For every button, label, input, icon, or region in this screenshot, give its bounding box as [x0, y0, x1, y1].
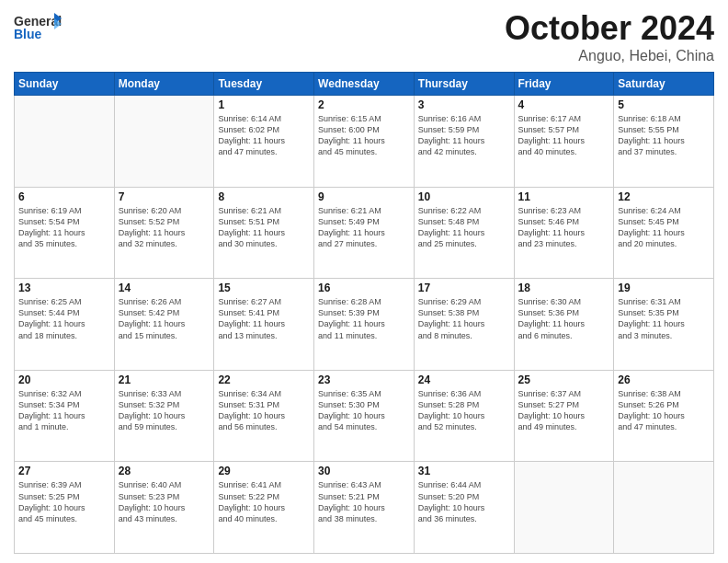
calendar-header-row: Sunday Monday Tuesday Wednesday Thursday… — [15, 73, 714, 96]
day-number: 20 — [18, 373, 110, 386]
day-number: 26 — [618, 373, 710, 386]
day-number: 17 — [418, 282, 510, 294]
calendar-table: Sunday Monday Tuesday Wednesday Thursday… — [14, 72, 714, 554]
calendar-cell — [614, 462, 714, 554]
day-info: Sunrise: 6:32 AM Sunset: 5:34 PM Dayligh… — [18, 388, 110, 433]
calendar-cell: 7Sunrise: 6:20 AM Sunset: 5:52 PM Daylig… — [114, 187, 214, 279]
calendar-cell — [114, 96, 214, 188]
header-tuesday: Tuesday — [214, 73, 314, 96]
day-info: Sunrise: 6:18 AM Sunset: 5:55 PM Dayligh… — [618, 113, 710, 158]
calendar-cell: 20Sunrise: 6:32 AM Sunset: 5:34 PM Dayli… — [15, 370, 115, 462]
day-number: 6 — [18, 190, 110, 203]
calendar-cell: 5Sunrise: 6:18 AM Sunset: 5:55 PM Daylig… — [614, 96, 714, 188]
calendar-cell: 2Sunrise: 6:15 AM Sunset: 6:00 PM Daylig… — [314, 96, 415, 188]
svg-text:Blue: Blue — [14, 27, 42, 41]
calendar-cell: 25Sunrise: 6:37 AM Sunset: 5:27 PM Dayli… — [514, 370, 614, 462]
calendar-cell: 23Sunrise: 6:35 AM Sunset: 5:30 PM Dayli… — [314, 370, 415, 462]
day-info: Sunrise: 6:44 AM Sunset: 5:20 PM Dayligh… — [418, 479, 510, 524]
day-info: Sunrise: 6:24 AM Sunset: 5:45 PM Dayligh… — [618, 205, 710, 250]
day-number: 15 — [218, 282, 310, 294]
day-info: Sunrise: 6:20 AM Sunset: 5:52 PM Dayligh… — [119, 205, 210, 250]
header-saturday: Saturday — [614, 73, 714, 96]
calendar-cell: 1Sunrise: 6:14 AM Sunset: 6:02 PM Daylig… — [214, 96, 314, 188]
day-number: 22 — [218, 373, 310, 386]
calendar-cell: 18Sunrise: 6:30 AM Sunset: 5:36 PM Dayli… — [514, 279, 614, 371]
logo-icon: General Blue — [14, 9, 62, 48]
calendar-cell: 12Sunrise: 6:24 AM Sunset: 5:45 PM Dayli… — [614, 187, 714, 279]
day-number: 1 — [218, 98, 310, 111]
day-info: Sunrise: 6:16 AM Sunset: 5:59 PM Dayligh… — [418, 113, 510, 158]
calendar-cell: 10Sunrise: 6:22 AM Sunset: 5:48 PM Dayli… — [414, 187, 514, 279]
calendar-cell: 11Sunrise: 6:23 AM Sunset: 5:46 PM Dayli… — [514, 187, 614, 279]
calendar-week-row-4: 27Sunrise: 6:39 AM Sunset: 5:25 PM Dayli… — [15, 462, 714, 554]
day-number: 12 — [618, 190, 710, 203]
calendar-week-row-0: 1Sunrise: 6:14 AM Sunset: 6:02 PM Daylig… — [15, 96, 714, 188]
day-info: Sunrise: 6:21 AM Sunset: 5:51 PM Dayligh… — [218, 205, 310, 250]
day-number: 23 — [318, 373, 410, 386]
day-info: Sunrise: 6:38 AM Sunset: 5:26 PM Dayligh… — [618, 388, 710, 433]
day-number: 13 — [18, 282, 110, 294]
day-number: 21 — [119, 373, 210, 386]
day-info: Sunrise: 6:25 AM Sunset: 5:44 PM Dayligh… — [18, 296, 110, 341]
title-block: October 2024 Anguo, Hebei, China — [505, 9, 714, 64]
day-number: 27 — [18, 465, 110, 477]
calendar-cell: 4Sunrise: 6:17 AM Sunset: 5:57 PM Daylig… — [514, 96, 614, 188]
logo: General Blue — [14, 9, 62, 52]
day-info: Sunrise: 6:14 AM Sunset: 6:02 PM Dayligh… — [218, 113, 310, 158]
header-friday: Friday — [514, 73, 614, 96]
calendar-cell: 21Sunrise: 6:33 AM Sunset: 5:32 PM Dayli… — [114, 370, 214, 462]
day-number: 29 — [218, 465, 310, 477]
day-info: Sunrise: 6:22 AM Sunset: 5:48 PM Dayligh… — [418, 205, 510, 250]
day-info: Sunrise: 6:34 AM Sunset: 5:31 PM Dayligh… — [218, 388, 310, 433]
day-number: 30 — [318, 465, 410, 477]
day-number: 5 — [618, 98, 710, 111]
calendar-cell: 9Sunrise: 6:21 AM Sunset: 5:49 PM Daylig… — [314, 187, 415, 279]
day-number: 11 — [518, 190, 610, 203]
day-info: Sunrise: 6:40 AM Sunset: 5:23 PM Dayligh… — [119, 479, 210, 524]
day-info: Sunrise: 6:15 AM Sunset: 6:00 PM Dayligh… — [318, 113, 410, 158]
day-info: Sunrise: 6:33 AM Sunset: 5:32 PM Dayligh… — [119, 388, 210, 433]
day-number: 31 — [418, 465, 510, 477]
calendar-cell: 31Sunrise: 6:44 AM Sunset: 5:20 PM Dayli… — [414, 462, 514, 554]
day-info: Sunrise: 6:28 AM Sunset: 5:39 PM Dayligh… — [318, 296, 410, 341]
day-number: 14 — [119, 282, 210, 294]
day-number: 18 — [518, 282, 610, 294]
day-info: Sunrise: 6:30 AM Sunset: 5:36 PM Dayligh… — [518, 296, 610, 341]
day-info: Sunrise: 6:31 AM Sunset: 5:35 PM Dayligh… — [618, 296, 710, 341]
day-number: 25 — [518, 373, 610, 386]
calendar-cell: 24Sunrise: 6:36 AM Sunset: 5:28 PM Dayli… — [414, 370, 514, 462]
day-info: Sunrise: 6:26 AM Sunset: 5:42 PM Dayligh… — [119, 296, 210, 341]
day-info: Sunrise: 6:23 AM Sunset: 5:46 PM Dayligh… — [518, 205, 610, 250]
day-number: 10 — [418, 190, 510, 203]
calendar-cell: 30Sunrise: 6:43 AM Sunset: 5:21 PM Dayli… — [314, 462, 415, 554]
day-info: Sunrise: 6:35 AM Sunset: 5:30 PM Dayligh… — [318, 388, 410, 433]
day-number: 4 — [518, 98, 610, 111]
day-number: 16 — [318, 282, 410, 294]
header-thursday: Thursday — [414, 73, 514, 96]
day-info: Sunrise: 6:29 AM Sunset: 5:38 PM Dayligh… — [418, 296, 510, 341]
day-info: Sunrise: 6:17 AM Sunset: 5:57 PM Dayligh… — [518, 113, 610, 158]
calendar-cell: 17Sunrise: 6:29 AM Sunset: 5:38 PM Dayli… — [414, 279, 514, 371]
calendar-cell: 19Sunrise: 6:31 AM Sunset: 5:35 PM Dayli… — [614, 279, 714, 371]
calendar-cell — [15, 96, 115, 188]
header-sunday: Sunday — [15, 73, 115, 96]
header-wednesday: Wednesday — [314, 73, 415, 96]
header-monday: Monday — [114, 73, 214, 96]
calendar-cell: 14Sunrise: 6:26 AM Sunset: 5:42 PM Dayli… — [114, 279, 214, 371]
calendar-week-row-3: 20Sunrise: 6:32 AM Sunset: 5:34 PM Dayli… — [15, 370, 714, 462]
day-number: 8 — [218, 190, 310, 203]
day-info: Sunrise: 6:43 AM Sunset: 5:21 PM Dayligh… — [318, 479, 410, 524]
calendar-cell: 29Sunrise: 6:41 AM Sunset: 5:22 PM Dayli… — [214, 462, 314, 554]
day-info: Sunrise: 6:19 AM Sunset: 5:54 PM Dayligh… — [18, 205, 110, 250]
calendar-cell: 28Sunrise: 6:40 AM Sunset: 5:23 PM Dayli… — [114, 462, 214, 554]
day-number: 7 — [119, 190, 210, 203]
day-info: Sunrise: 6:27 AM Sunset: 5:41 PM Dayligh… — [218, 296, 310, 341]
day-info: Sunrise: 6:36 AM Sunset: 5:28 PM Dayligh… — [418, 388, 510, 433]
calendar-week-row-2: 13Sunrise: 6:25 AM Sunset: 5:44 PM Dayli… — [15, 279, 714, 371]
calendar-cell: 6Sunrise: 6:19 AM Sunset: 5:54 PM Daylig… — [15, 187, 115, 279]
header: General Blue October 2024 Anguo, Hebei, … — [14, 9, 714, 64]
calendar-cell: 15Sunrise: 6:27 AM Sunset: 5:41 PM Dayli… — [214, 279, 314, 371]
calendar-cell: 26Sunrise: 6:38 AM Sunset: 5:26 PM Dayli… — [614, 370, 714, 462]
day-info: Sunrise: 6:39 AM Sunset: 5:25 PM Dayligh… — [18, 479, 110, 524]
day-number: 19 — [618, 282, 710, 294]
